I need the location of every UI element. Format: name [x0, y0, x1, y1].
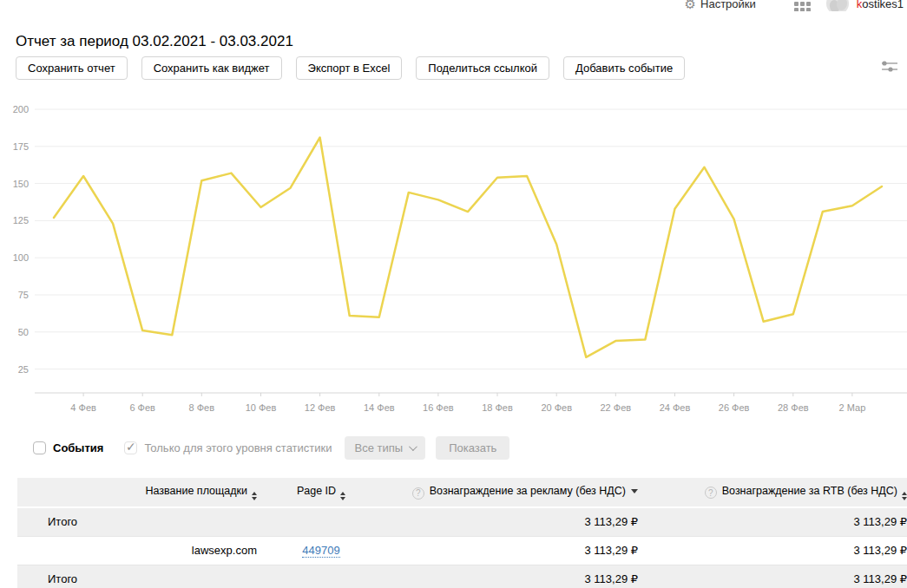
help-icon[interactable]: ?	[705, 487, 717, 499]
sort-icon	[252, 492, 257, 500]
page-id-link[interactable]: 449709	[302, 544, 339, 558]
avatar[interactable]	[826, 0, 849, 11]
svg-text:16 Фев: 16 Фев	[423, 402, 454, 413]
total-label: Итого	[17, 565, 117, 588]
svg-text:175: 175	[13, 141, 29, 152]
sort-icon	[340, 492, 345, 500]
svg-text:14 Фев: 14 Фев	[364, 402, 395, 413]
save-as-widget-button[interactable]: Сохранить как виджет	[141, 56, 282, 80]
save-report-button[interactable]: Сохранить отчет	[16, 56, 128, 80]
svg-text:100: 100	[13, 252, 29, 263]
page-title: Отчет за период 03.02.2021 - 03.03.2021	[16, 34, 907, 49]
events-label: События	[53, 441, 103, 454]
svg-text:26 Фев: 26 Фев	[719, 402, 750, 413]
settings-link[interactable]: Настройки	[700, 0, 756, 10]
export-excel-button[interactable]: Экспорт в Excel	[296, 56, 403, 80]
col-site-name[interactable]: Название площадки	[117, 478, 260, 507]
svg-text:25: 25	[18, 364, 29, 375]
top-bar: ⚙ Настройки kostikes1	[0, 0, 907, 11]
toolbar: Сохранить отчет Сохранить как виджет Экс…	[16, 56, 907, 80]
col-row-label	[17, 478, 117, 507]
svg-text:2 Мар: 2 Мар	[839, 402, 866, 413]
svg-text:125: 125	[13, 215, 29, 225]
table-row-total-top: Итого 3 113,29 ₽ 3 113,29 ₽	[17, 507, 907, 536]
event-type-dropdown[interactable]: Все типы	[345, 436, 426, 460]
gear-icon[interactable]: ⚙	[685, 0, 696, 10]
apps-grid-icon[interactable]	[794, 0, 811, 11]
site-ad-reward: 3 113,29 ₽	[382, 536, 647, 565]
svg-text:22 Фев: 22 Фев	[600, 402, 631, 413]
svg-text:200: 200	[13, 104, 29, 114]
svg-text:4 Фев: 4 Фев	[70, 402, 96, 413]
sort-desc-icon	[631, 489, 638, 493]
chevron-down-icon	[409, 442, 417, 451]
level-only-label: Только для этого уровня статистики	[144, 441, 332, 454]
report-page: ⚙ Настройки kostikes1 Отчет за период 03…	[0, 0, 907, 588]
table-header-row: Название площадки Page ID ?Вознаграждени…	[17, 478, 907, 507]
username[interactable]: kostikes1	[857, 0, 904, 10]
svg-text:50: 50	[18, 327, 29, 337]
events-checkbox[interactable]	[33, 441, 46, 454]
table-row-site: lawsexp.com 449709 3 113,29 ₽ 3 113,29 ₽	[17, 536, 907, 565]
svg-text:8 Фев: 8 Фев	[189, 402, 215, 413]
table-row-total-bottom: Итого 3 113,29 ₽ 3 113,29 ₽	[17, 565, 907, 588]
add-event-button[interactable]: Добавить событие	[563, 56, 685, 80]
checkmark-icon: ✓	[126, 441, 136, 453]
chart-area: 2001751501251007550254 Фев6 Фев8 Фев10 Ф…	[0, 88, 907, 421]
total-ad-reward: 3 113,29 ₽	[382, 565, 647, 588]
total-ad-reward: 3 113,29 ₽	[382, 507, 647, 536]
col-rtb-reward[interactable]: ?Вознаграждение за RTB (без НДС)	[647, 478, 907, 507]
svg-text:10 Фев: 10 Фев	[246, 402, 277, 413]
sort-icon	[902, 492, 907, 500]
col-ad-reward[interactable]: ?Вознаграждение за рекламу (без НДС)	[382, 478, 647, 507]
site-name: lawsexp.com	[117, 536, 260, 565]
svg-text:18 Фев: 18 Фев	[482, 402, 513, 413]
total-rtb-reward: 3 113,29 ₽	[647, 565, 907, 588]
svg-text:28 Фев: 28 Фев	[778, 402, 809, 413]
svg-text:75: 75	[18, 290, 29, 300]
svg-text:6 Фев: 6 Фев	[129, 402, 155, 413]
show-button[interactable]: Показать	[436, 436, 509, 460]
revenue-line-chart[interactable]: 2001751501251007550254 Фев6 Фев8 Фев10 Ф…	[0, 88, 907, 418]
site-rtb-reward: 3 113,29 ₽	[647, 536, 907, 565]
total-label: Итого	[17, 507, 117, 536]
filter-controls: События ✓ Только для этого уровня статис…	[33, 436, 907, 459]
svg-text:12 Фев: 12 Фев	[305, 402, 336, 413]
level-only-checkbox[interactable]: ✓	[124, 441, 137, 454]
col-page-id[interactable]: Page ID	[260, 478, 382, 507]
share-link-button[interactable]: Поделиться ссылкой	[416, 56, 549, 80]
svg-text:24 Фев: 24 Фев	[660, 402, 691, 413]
revenue-table: Название площадки Page ID ?Вознаграждени…	[17, 478, 907, 588]
svg-text:150: 150	[13, 179, 29, 189]
chart-settings-icon[interactable]	[881, 60, 898, 76]
svg-text:20 Фев: 20 Фев	[541, 402, 572, 413]
help-icon[interactable]: ?	[412, 487, 424, 500]
total-rtb-reward: 3 113,29 ₽	[647, 507, 907, 536]
